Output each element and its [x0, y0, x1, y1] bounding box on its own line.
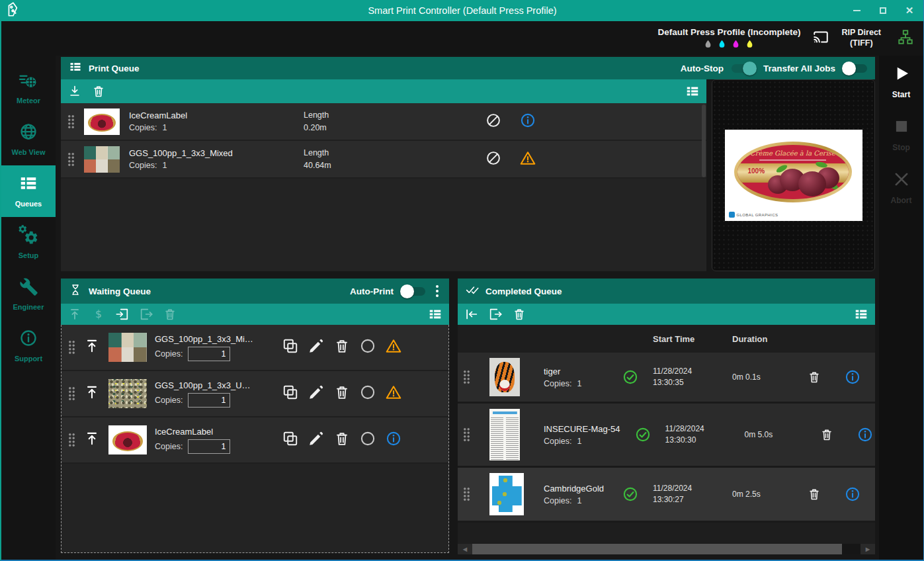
sidebar-item-setup[interactable]: Setup [1, 217, 56, 269]
delete-button[interactable] [91, 84, 106, 99]
export-button[interactable] [488, 307, 503, 322]
copies-input[interactable] [188, 347, 230, 361]
sidebar-item-engineer[interactable]: Engineer [1, 269, 56, 320]
vertical-scrollbar-thumb[interactable] [702, 105, 706, 177]
delete-icon[interactable] [333, 430, 351, 450]
waiting-job-row[interactable]: GGS_100pp_1_3x3_Mi… Copies: [62, 325, 448, 371]
view-list-button[interactable] [428, 307, 442, 322]
sidebar-item-support[interactable]: Support [1, 320, 56, 372]
edit-icon[interactable] [308, 430, 325, 450]
close-button[interactable]: ✕ [905, 6, 914, 15]
print-job-row[interactable]: IceCreamLabel Copies:1 Length 0.20m [61, 103, 706, 141]
cast-icon[interactable] [812, 28, 829, 48]
auto-print-toggle[interactable] [401, 287, 425, 296]
delete-icon[interactable] [810, 427, 844, 442]
copies-input[interactable] [188, 439, 230, 454]
drag-handle[interactable] [463, 487, 470, 501]
start-button[interactable]: Start [892, 64, 911, 99]
info-circle-icon [19, 328, 38, 351]
drag-handle[interactable] [68, 386, 75, 401]
warning-icon[interactable] [385, 384, 402, 404]
view-list-button[interactable] [685, 84, 700, 99]
drag-handle[interactable] [68, 433, 75, 447]
minimize-button[interactable] [852, 6, 861, 15]
network-status-icon[interactable] [897, 28, 914, 48]
drag-handle[interactable] [67, 152, 75, 167]
info-icon[interactable] [385, 430, 402, 450]
gears-icon [19, 225, 38, 247]
edit-icon[interactable] [308, 337, 325, 357]
move-to-start-button[interactable] [464, 307, 479, 322]
status-circle-icon[interactable] [359, 430, 376, 450]
job-preview-panel: Crème Glacée à la Cerise 100% GLOBAL GRA… [712, 79, 875, 271]
waiting-job-row[interactable]: GGS_100pp_1_3x3_U… Copies: [62, 371, 448, 417]
auto-stop-toggle[interactable] [732, 64, 755, 73]
status-circle-icon[interactable] [359, 337, 376, 357]
drag-handle[interactable] [68, 340, 75, 355]
copies-value: 1 [162, 161, 167, 170]
block-icon[interactable] [485, 112, 502, 132]
send-to-print-queue-button[interactable] [115, 307, 130, 322]
info-icon[interactable] [835, 368, 870, 386]
delete-button[interactable] [163, 307, 177, 322]
cost-button[interactable] [91, 307, 106, 322]
print-job-row[interactable]: GGS_100pp_1_3x3_Mixed Copies:1 Length 40… [61, 141, 706, 179]
stop-button[interactable]: Stop [892, 116, 911, 152]
sidebar-item-label: Support [15, 355, 42, 363]
drag-handle[interactable] [67, 114, 75, 129]
duplicate-icon[interactable] [282, 337, 299, 357]
edit-icon[interactable] [308, 384, 325, 404]
move-to-top-icon[interactable] [83, 430, 101, 450]
list-icon [69, 60, 82, 76]
completed-job-row[interactable]: tiger Copies:1 11/28/2024 13:30:35 0m 0.… [458, 353, 875, 404]
delete-icon[interactable] [333, 384, 351, 404]
completed-job-row[interactable]: CambridgeGold Copies:1 11/28/2024 13:30:… [458, 468, 875, 523]
job-thumbnail [108, 379, 147, 408]
sidebar-item-web-view[interactable]: Web View [1, 114, 56, 165]
maximize-button[interactable] [878, 6, 888, 15]
sidebar-item-queues[interactable]: Queues [1, 165, 56, 217]
success-check-icon [612, 486, 649, 503]
waiting-queue-panel: Waiting Queue Auto-Print [61, 279, 449, 554]
warning-icon[interactable] [385, 337, 402, 357]
duplicate-icon[interactable] [282, 430, 299, 450]
drag-handle[interactable] [463, 427, 470, 442]
view-list-button[interactable] [854, 307, 868, 322]
print-queue-list: IceCreamLabel Copies:1 Length 0.20m [61, 103, 706, 271]
waiting-queue-header: Waiting Queue Auto-Print [61, 279, 449, 304]
info-icon[interactable] [848, 426, 882, 443]
transfer-all-jobs-toggle[interactable] [843, 64, 867, 73]
status-circle-icon[interactable] [359, 384, 376, 404]
block-icon[interactable] [485, 150, 502, 169]
completed-queue-panel: Completed Queue Start Time Duration [458, 279, 875, 554]
meteor-icon [19, 70, 38, 93]
delete-icon[interactable] [333, 337, 351, 357]
export-button[interactable] [139, 307, 153, 322]
copies-input[interactable] [188, 393, 230, 408]
column-start-time: Start Time [653, 334, 728, 344]
abort-button[interactable]: Abort [891, 169, 912, 205]
move-to-top-icon[interactable] [83, 337, 101, 357]
move-to-top-icon[interactable] [83, 384, 101, 404]
waiting-job-row[interactable]: IceCreamLabel Copies: [62, 417, 448, 464]
delete-button[interactable] [512, 307, 526, 322]
preview-label-badge: 100% [748, 167, 765, 175]
scroll-left-button[interactable]: ◄ [458, 544, 472, 554]
print-queue-title: Print Queue [89, 64, 140, 73]
download-button[interactable] [67, 84, 82, 99]
scroll-right-button[interactable]: ► [861, 544, 875, 554]
horizontal-scrollbar-thumb[interactable] [472, 544, 842, 554]
info-icon[interactable] [519, 112, 536, 132]
delete-icon[interactable] [797, 487, 831, 501]
more-menu-button[interactable] [433, 284, 441, 298]
sidebar-item-meteor[interactable]: Meteor [1, 62, 56, 114]
warning-icon[interactable] [519, 150, 536, 169]
waiting-queue-title: Waiting Queue [89, 286, 151, 296]
completed-job-row[interactable]: INSECURE-Mag-54 Copies:1 11/28/2024 13:3… [458, 404, 875, 468]
delete-icon[interactable] [797, 370, 831, 384]
close-icon: ✕ [905, 5, 914, 17]
move-to-top-button[interactable] [67, 307, 82, 322]
duplicate-icon[interactable] [282, 384, 299, 404]
info-icon[interactable] [835, 486, 870, 503]
drag-handle[interactable] [463, 370, 470, 384]
